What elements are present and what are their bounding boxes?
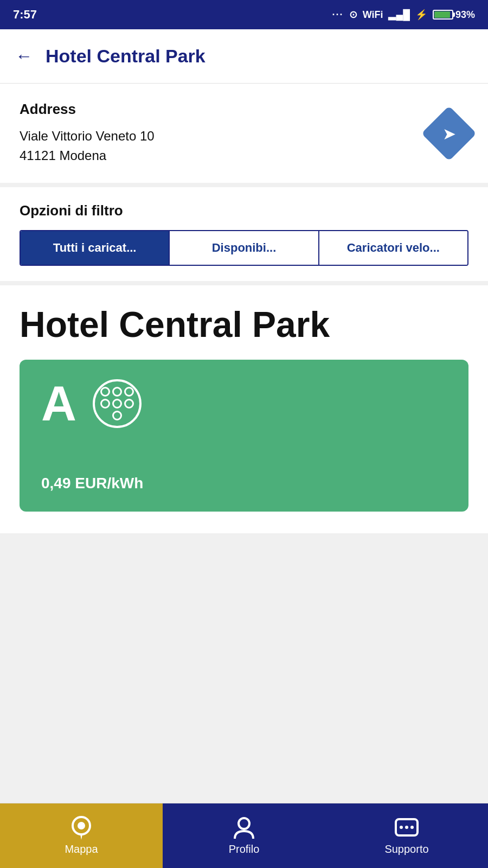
signal-icon: ⊙ <box>349 9 357 21</box>
nav-label-profile: Profilo <box>229 843 260 856</box>
filter-label: Opzioni di filtro <box>20 202 468 219</box>
bars-icon: ▂▄█ <box>388 9 410 21</box>
type2-connector-icon <box>93 379 142 428</box>
status-time: 7:57 <box>13 8 37 22</box>
nav-label-map: Mappa <box>65 843 98 856</box>
profile-icon <box>234 816 254 840</box>
status-bar: 7:57 ··· ⊙ WiFi ▂▄█ ⚡ 93% <box>0 0 488 29</box>
nav-item-support[interactable]: Supporto <box>325 803 488 868</box>
nav-item-profile[interactable]: Profilo <box>163 803 325 868</box>
main-content: Hotel Central Park A 0,49 EUR/kWh <box>0 285 488 533</box>
charger-letter: A <box>41 379 76 428</box>
location-title: Hotel Central Park <box>20 305 468 344</box>
battery-icon <box>433 10 453 20</box>
bolt-icon: ⚡ <box>415 9 427 21</box>
filter-tab-all[interactable]: Tutti i caricat... <box>21 231 169 265</box>
address-line2: 41121 Modena <box>20 146 155 165</box>
filter-tab-available[interactable]: Disponibi... <box>169 231 318 265</box>
filter-tabs: Tutti i caricat... Disponibi... Caricato… <box>20 230 468 266</box>
address-label: Address <box>20 101 155 118</box>
battery-percent: 93% <box>455 9 475 21</box>
turn-right-icon: ➤ <box>442 124 456 143</box>
svg-point-7 <box>410 826 414 829</box>
directions-button[interactable]: ➤ <box>421 106 477 161</box>
address-section: Address Viale Vittorio Veneto 10 41121 M… <box>0 84 488 187</box>
svg-point-5 <box>400 826 403 829</box>
svg-point-6 <box>405 826 408 829</box>
map-icon <box>71 816 92 840</box>
page-title: Hotel Central Park <box>46 46 206 67</box>
more-icon: ··· <box>332 9 344 21</box>
battery-container: 93% <box>433 9 475 21</box>
nav-item-map[interactable]: Mappa <box>0 803 163 868</box>
address-line1: Viale Vittorio Veneto 10 <box>20 126 155 146</box>
svg-point-1 <box>78 822 85 829</box>
wifi-icon: WiFi <box>363 9 383 21</box>
gray-area <box>0 538 488 679</box>
charger-card[interactable]: A 0,49 EUR/kWh <box>20 360 468 512</box>
bottom-nav: Mappa Profilo Supporto <box>0 803 488 868</box>
header: ← Hotel Central Park <box>0 29 488 84</box>
nav-label-support: Supporto <box>384 843 428 856</box>
charger-card-top: A <box>41 379 449 428</box>
support-icon <box>395 816 419 840</box>
back-button[interactable]: ← <box>15 46 33 66</box>
address-content: Address Viale Vittorio Veneto 10 41121 M… <box>20 101 155 165</box>
status-icons: ··· ⊙ WiFi ▂▄█ ⚡ 93% <box>332 9 475 21</box>
filter-tab-fast[interactable]: Caricatori velo... <box>318 231 467 265</box>
charger-price: 0,49 EUR/kWh <box>41 475 449 492</box>
filter-section: Opzioni di filtro Tutti i caricat... Dis… <box>0 187 488 285</box>
svg-point-3 <box>239 818 249 829</box>
svg-marker-2 <box>80 834 82 840</box>
